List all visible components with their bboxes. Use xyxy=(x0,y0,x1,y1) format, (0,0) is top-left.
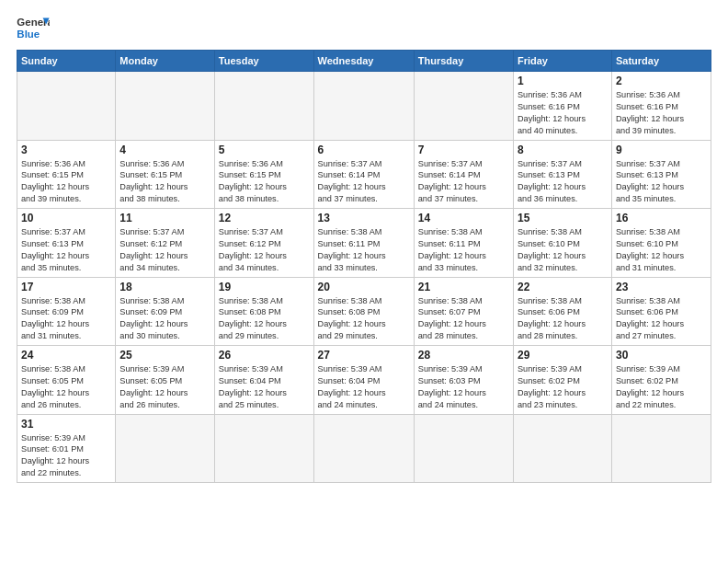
calendar-cell: 24Sunrise: 5:38 AM Sunset: 6:05 PM Dayli… xyxy=(17,346,116,415)
calendar-cell: 8Sunrise: 5:37 AM Sunset: 6:13 PM Daylig… xyxy=(513,140,611,209)
day-number: 13 xyxy=(318,212,410,224)
calendar-table: SundayMondayTuesdayWednesdayThursdayFrid… xyxy=(17,50,711,483)
weekday-header-saturday: Saturday xyxy=(611,51,711,72)
day-info: Sunrise: 5:38 AM Sunset: 6:08 PM Dayligh… xyxy=(219,295,310,343)
day-info: Sunrise: 5:37 AM Sunset: 6:13 PM Dayligh… xyxy=(21,226,111,274)
day-number: 16 xyxy=(616,212,707,224)
day-number: 24 xyxy=(21,349,111,362)
day-info: Sunrise: 5:37 AM Sunset: 6:12 PM Dayligh… xyxy=(119,226,210,274)
calendar-cell xyxy=(17,72,116,141)
calendar-cell: 10Sunrise: 5:37 AM Sunset: 6:13 PM Dayli… xyxy=(17,209,116,278)
day-info: Sunrise: 5:38 AM Sunset: 6:07 PM Dayligh… xyxy=(418,295,509,343)
calendar-cell: 12Sunrise: 5:37 AM Sunset: 6:12 PM Dayli… xyxy=(214,209,313,278)
day-number: 15 xyxy=(518,212,608,224)
day-info: Sunrise: 5:38 AM Sunset: 6:10 PM Dayligh… xyxy=(518,226,608,274)
calendar-cell xyxy=(414,72,513,141)
weekday-header-row: SundayMondayTuesdayWednesdayThursdayFrid… xyxy=(17,51,711,72)
calendar-cell: 4Sunrise: 5:36 AM Sunset: 6:15 PM Daylig… xyxy=(116,140,215,209)
calendar-cell: 6Sunrise: 5:37 AM Sunset: 6:14 PM Daylig… xyxy=(313,140,414,209)
day-info: Sunrise: 5:38 AM Sunset: 6:09 PM Dayligh… xyxy=(119,295,210,343)
day-number: 3 xyxy=(21,144,111,156)
calendar-cell: 31Sunrise: 5:39 AM Sunset: 6:01 PM Dayli… xyxy=(17,414,116,483)
day-number: 9 xyxy=(616,144,707,156)
day-info: Sunrise: 5:39 AM Sunset: 6:01 PM Dayligh… xyxy=(21,432,111,480)
calendar-week-row-1: 1Sunrise: 5:36 AM Sunset: 6:16 PM Daylig… xyxy=(17,72,711,141)
day-info: Sunrise: 5:37 AM Sunset: 6:12 PM Dayligh… xyxy=(219,226,310,274)
calendar-cell xyxy=(611,414,711,483)
calendar-cell xyxy=(414,414,513,483)
day-number: 5 xyxy=(219,144,310,156)
generalblue-logo-icon: General Blue xyxy=(17,15,50,42)
calendar-cell: 17Sunrise: 5:38 AM Sunset: 6:09 PM Dayli… xyxy=(17,277,116,346)
calendar-cell: 30Sunrise: 5:39 AM Sunset: 6:02 PM Dayli… xyxy=(611,346,711,415)
day-info: Sunrise: 5:39 AM Sunset: 6:02 PM Dayligh… xyxy=(518,363,608,411)
day-info: Sunrise: 5:38 AM Sunset: 6:09 PM Dayligh… xyxy=(21,295,111,343)
day-number: 10 xyxy=(21,212,111,224)
day-number: 2 xyxy=(616,75,707,87)
day-info: Sunrise: 5:39 AM Sunset: 6:04 PM Dayligh… xyxy=(318,363,410,411)
calendar-cell xyxy=(313,72,414,141)
calendar-cell: 3Sunrise: 5:36 AM Sunset: 6:15 PM Daylig… xyxy=(17,140,116,209)
calendar-cell: 28Sunrise: 5:39 AM Sunset: 6:03 PM Dayli… xyxy=(414,346,513,415)
weekday-header-friday: Friday xyxy=(513,51,611,72)
day-info: Sunrise: 5:36 AM Sunset: 6:16 PM Dayligh… xyxy=(518,89,608,137)
day-info: Sunrise: 5:39 AM Sunset: 6:03 PM Dayligh… xyxy=(418,363,509,411)
svg-text:Blue: Blue xyxy=(17,29,40,40)
day-number: 19 xyxy=(219,281,310,293)
calendar-cell: 2Sunrise: 5:36 AM Sunset: 6:16 PM Daylig… xyxy=(611,72,711,141)
calendar-cell xyxy=(513,414,611,483)
day-number: 4 xyxy=(119,144,210,156)
calendar-cell xyxy=(116,72,215,141)
calendar-cell: 26Sunrise: 5:39 AM Sunset: 6:04 PM Dayli… xyxy=(214,346,313,415)
calendar-cell: 15Sunrise: 5:38 AM Sunset: 6:10 PM Dayli… xyxy=(513,209,611,278)
day-info: Sunrise: 5:39 AM Sunset: 6:05 PM Dayligh… xyxy=(119,363,210,411)
day-number: 27 xyxy=(318,349,410,362)
calendar-week-row-3: 10Sunrise: 5:37 AM Sunset: 6:13 PM Dayli… xyxy=(17,209,711,278)
day-number: 31 xyxy=(21,418,111,431)
calendar-cell: 14Sunrise: 5:38 AM Sunset: 6:11 PM Dayli… xyxy=(414,209,513,278)
day-info: Sunrise: 5:38 AM Sunset: 6:11 PM Dayligh… xyxy=(318,226,410,274)
calendar-cell: 7Sunrise: 5:37 AM Sunset: 6:14 PM Daylig… xyxy=(414,140,513,209)
weekday-header-sunday: Sunday xyxy=(17,51,116,72)
day-number: 26 xyxy=(219,349,310,362)
calendar-cell: 27Sunrise: 5:39 AM Sunset: 6:04 PM Dayli… xyxy=(313,346,414,415)
day-number: 22 xyxy=(518,281,608,293)
day-info: Sunrise: 5:37 AM Sunset: 6:14 PM Dayligh… xyxy=(418,158,509,206)
calendar-week-row-4: 17Sunrise: 5:38 AM Sunset: 6:09 PM Dayli… xyxy=(17,277,711,346)
day-number: 29 xyxy=(518,349,608,362)
day-number: 8 xyxy=(518,144,608,156)
calendar-cell: 9Sunrise: 5:37 AM Sunset: 6:13 PM Daylig… xyxy=(611,140,711,209)
day-info: Sunrise: 5:36 AM Sunset: 6:16 PM Dayligh… xyxy=(616,89,707,137)
calendar-cell: 22Sunrise: 5:38 AM Sunset: 6:06 PM Dayli… xyxy=(513,277,611,346)
day-info: Sunrise: 5:38 AM Sunset: 6:11 PM Dayligh… xyxy=(418,226,509,274)
calendar-cell: 21Sunrise: 5:38 AM Sunset: 6:07 PM Dayli… xyxy=(414,277,513,346)
calendar-cell: 25Sunrise: 5:39 AM Sunset: 6:05 PM Dayli… xyxy=(116,346,215,415)
day-info: Sunrise: 5:38 AM Sunset: 6:06 PM Dayligh… xyxy=(616,295,707,343)
weekday-header-wednesday: Wednesday xyxy=(313,51,414,72)
day-info: Sunrise: 5:38 AM Sunset: 6:06 PM Dayligh… xyxy=(518,295,608,343)
calendar-cell: 5Sunrise: 5:36 AM Sunset: 6:15 PM Daylig… xyxy=(214,140,313,209)
day-number: 7 xyxy=(418,144,509,156)
day-info: Sunrise: 5:39 AM Sunset: 6:04 PM Dayligh… xyxy=(219,363,310,411)
calendar-cell xyxy=(214,72,313,141)
day-info: Sunrise: 5:38 AM Sunset: 6:08 PM Dayligh… xyxy=(318,295,410,343)
day-number: 21 xyxy=(418,281,509,293)
day-number: 1 xyxy=(518,75,608,87)
day-number: 6 xyxy=(318,144,410,156)
calendar-cell xyxy=(116,414,215,483)
calendar-cell: 13Sunrise: 5:38 AM Sunset: 6:11 PM Dayli… xyxy=(313,209,414,278)
calendar-cell xyxy=(214,414,313,483)
day-number: 30 xyxy=(616,349,707,362)
calendar-cell xyxy=(313,414,414,483)
day-info: Sunrise: 5:36 AM Sunset: 6:15 PM Dayligh… xyxy=(21,158,111,206)
calendar-cell: 11Sunrise: 5:37 AM Sunset: 6:12 PM Dayli… xyxy=(116,209,215,278)
day-info: Sunrise: 5:37 AM Sunset: 6:13 PM Dayligh… xyxy=(518,158,608,206)
day-number: 23 xyxy=(616,281,707,293)
day-info: Sunrise: 5:37 AM Sunset: 6:13 PM Dayligh… xyxy=(616,158,707,206)
day-info: Sunrise: 5:38 AM Sunset: 6:10 PM Dayligh… xyxy=(616,226,707,274)
header: General Blue xyxy=(17,15,711,42)
day-info: Sunrise: 5:39 AM Sunset: 6:02 PM Dayligh… xyxy=(616,363,707,411)
weekday-header-tuesday: Tuesday xyxy=(214,51,313,72)
logo: General Blue xyxy=(17,15,50,42)
day-number: 12 xyxy=(219,212,310,224)
